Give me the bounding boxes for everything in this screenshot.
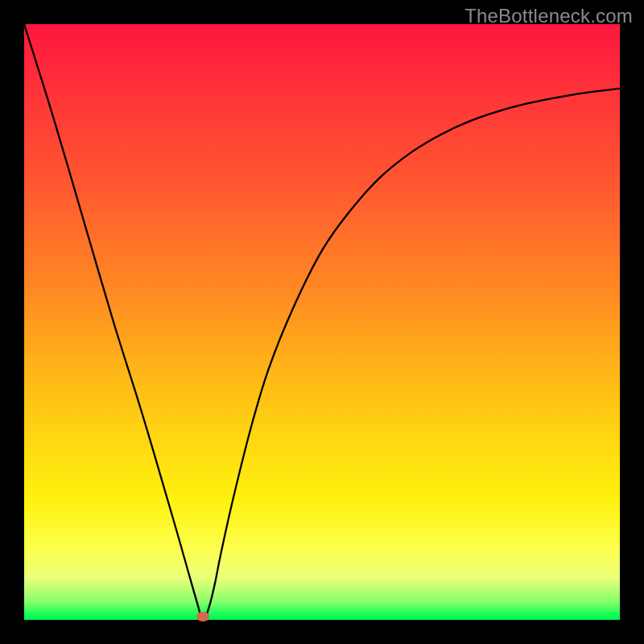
bottleneck-minimum-marker	[196, 612, 209, 621]
plot-area	[24, 24, 620, 620]
chart-frame: TheBottleneck.com	[0, 0, 644, 644]
bottleneck-curve	[24, 24, 620, 620]
bottleneck-curve-svg	[24, 24, 620, 620]
